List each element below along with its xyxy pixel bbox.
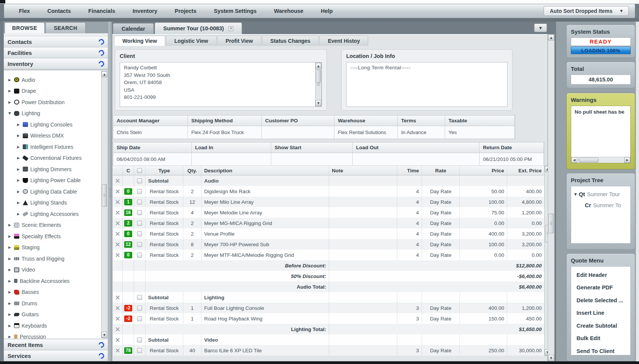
menu-item-system-settings[interactable]: System Settings bbox=[205, 8, 265, 14]
delete-icon[interactable]: × bbox=[115, 347, 120, 354]
view-tab-working-view[interactable]: Working View bbox=[114, 36, 165, 46]
row-checkbox[interactable] bbox=[137, 189, 142, 194]
client-address-box[interactable]: Randy Corbett357 West 700 SouthOrem, UT … bbox=[120, 62, 322, 107]
tree-item-lighting-data-cable[interactable]: ▶Lighting Data Cable bbox=[4, 186, 108, 197]
scroll-right-icon[interactable]: ▶ bbox=[624, 157, 630, 163]
delete-icon[interactable]: × bbox=[115, 336, 120, 343]
chevron-collapsed-icon[interactable]: ▶ bbox=[16, 123, 20, 127]
tree-item-basses[interactable]: ▶Basses bbox=[4, 287, 108, 298]
view-tab-profit-view[interactable]: Profit View bbox=[217, 36, 261, 46]
tree-item-truss-and-rigging[interactable]: ▶Truss and Rigging bbox=[4, 253, 108, 264]
line-item-row[interactable]: ×0Rental Stock2Digidesign Mix Rack4Day R… bbox=[113, 186, 544, 197]
refresh-icon[interactable] bbox=[97, 49, 105, 57]
chevron-expanded-icon[interactable]: ▼ bbox=[574, 192, 577, 196]
close-icon[interactable]: ✕ bbox=[228, 26, 233, 31]
field-value-warehouse[interactable]: Flex Rental Solutions bbox=[334, 126, 398, 139]
line-item-row[interactable]: ×Lighting Total:$1,650.00 bbox=[113, 324, 544, 334]
project-tree-item-summer-tour[interactable]: ▼QtSummer Tour bbox=[574, 191, 627, 197]
tree-item-lighting[interactable]: ▼Lighting bbox=[4, 108, 108, 119]
quote-menu-item-edit-header[interactable]: Edit Header bbox=[571, 269, 630, 281]
chevron-collapsed-icon[interactable]: ▶ bbox=[8, 290, 12, 294]
chevron-collapsed-icon[interactable]: ▶ bbox=[8, 78, 12, 82]
tab-browse[interactable]: BROWSE bbox=[5, 22, 45, 33]
line-item-row[interactable]: ×0Rental Stock2Venue Profile4Day Rate400… bbox=[113, 228, 544, 239]
menu-item-help[interactable]: Help bbox=[312, 8, 341, 14]
chevron-collapsed-icon[interactable]: ▶ bbox=[8, 223, 12, 227]
tree-item-keyboards[interactable]: ▶Keyboards bbox=[4, 320, 108, 331]
chevron-collapsed-icon[interactable]: ▶ bbox=[8, 89, 12, 93]
tree-scrollbar-track[interactable] bbox=[102, 77, 107, 332]
tree-item-audio[interactable]: ▶Audio bbox=[4, 74, 108, 86]
scroll-up-icon[interactable]: ▲ bbox=[316, 63, 321, 69]
chevron-collapsed-icon[interactable]: ▶ bbox=[16, 178, 20, 182]
line-item-row[interactable]: ×1Rental Stock12Meyer Milo Line Array4Da… bbox=[113, 197, 544, 207]
menu-item-inventory[interactable]: Inventory bbox=[124, 8, 166, 14]
row-checkbox[interactable] bbox=[137, 200, 142, 205]
delete-icon[interactable]: × bbox=[115, 326, 120, 333]
delete-icon[interactable]: × bbox=[115, 177, 120, 184]
field-value-customer-po[interactable] bbox=[262, 126, 334, 139]
view-tab-event-histoy[interactable]: Event Histoy bbox=[319, 36, 368, 46]
chevron-collapsed-icon[interactable]: ▶ bbox=[8, 268, 12, 272]
document-tab-summer-tour-10-0083[interactable]: Summer Tour (10-0083)✕ bbox=[155, 22, 242, 34]
delete-icon[interactable]: × bbox=[115, 252, 120, 258]
view-tab-status-changes[interactable]: Status Changes bbox=[262, 36, 319, 46]
tree-scrollbar[interactable]: ▲ ▼ bbox=[101, 71, 108, 338]
delete-icon[interactable]: × bbox=[115, 188, 120, 195]
field-value-return-date[interactable]: 06/21/2010 05:00 PM bbox=[480, 153, 544, 166]
chevron-collapsed-icon[interactable]: ▶ bbox=[8, 234, 12, 238]
tree-item-specialty-effects[interactable]: ▶Specialty Effects bbox=[4, 231, 108, 242]
line-item-row[interactable]: ×SubtotalLighting bbox=[113, 292, 544, 303]
scroll-left-icon[interactable]: ◀ bbox=[571, 157, 577, 163]
row-checkbox[interactable] bbox=[137, 221, 142, 226]
tree-item-guitars[interactable]: ▶Guitars bbox=[4, 309, 108, 320]
tree-item-lighting-stands[interactable]: ▶Lighting Stands bbox=[4, 197, 108, 209]
tree-item-drums[interactable]: ▶Drums bbox=[4, 298, 108, 309]
row-checkbox[interactable] bbox=[137, 316, 142, 321]
location-box[interactable]: ----Long Term Rental----- bbox=[346, 62, 508, 107]
field-value-shipping-method[interactable]: Flex 24 Foot Box Truck bbox=[188, 126, 262, 139]
accordion-contacts[interactable]: Contacts bbox=[4, 36, 108, 47]
line-item-row[interactable]: ×12Rental Stock8Meyer 700-HP Powered Sub… bbox=[113, 239, 544, 250]
menu-item-warehouse[interactable]: Warehouse bbox=[265, 8, 312, 14]
scroll-down-icon[interactable]: ▼ bbox=[102, 332, 107, 338]
field-value-ship-date[interactable]: 06/04/2010 08:00 AM bbox=[113, 153, 192, 166]
delete-icon[interactable]: × bbox=[115, 241, 120, 248]
scroll-down-icon[interactable]: ▼ bbox=[316, 100, 321, 106]
client-scrollbar-track[interactable] bbox=[316, 69, 321, 100]
chevron-collapsed-icon[interactable]: ▶ bbox=[8, 324, 12, 328]
chevron-collapsed-icon[interactable]: ▶ bbox=[8, 245, 12, 249]
view-tab-logistic-view[interactable]: Logistic View bbox=[166, 36, 216, 46]
content-scrollbar[interactable]: ▲ ▼ bbox=[548, 34, 555, 361]
tree-item-conventional-fixtures[interactable]: ▶Conventional Fixtures bbox=[4, 153, 108, 164]
chevron-collapsed-icon[interactable]: ▶ bbox=[16, 212, 20, 216]
row-checkbox[interactable] bbox=[137, 253, 142, 258]
chevron-collapsed-icon[interactable]: ▶ bbox=[8, 279, 12, 283]
quote-menu-item-generate-pdf[interactable]: Generate PDF bbox=[571, 281, 630, 294]
tree-item-scenic-elements[interactable]: ▶Scenic Elements bbox=[4, 220, 108, 231]
scroll-up-icon[interactable]: ▲ bbox=[548, 34, 554, 41]
field-value-taxable[interactable]: Yes bbox=[445, 126, 515, 139]
row-checkbox[interactable] bbox=[137, 348, 142, 353]
chevron-collapsed-icon[interactable]: ▶ bbox=[16, 145, 20, 149]
tree-item-lighting-dimmers[interactable]: ▶Lighting Dimmers bbox=[4, 164, 108, 175]
right-edge-scrollbar[interactable] bbox=[636, 22, 639, 361]
tree-scrollbar-thumb[interactable] bbox=[102, 184, 107, 207]
line-item-row[interactable]: ×SubtotalAudio bbox=[113, 175, 544, 186]
tree-item-lighting-power-cable[interactable]: ▶Lighting Power Cable bbox=[4, 175, 108, 186]
sidebar-splitter[interactable] bbox=[108, 22, 112, 361]
line-item-row[interactable]: ×2Rental Stock2Meyer MG-MICA Rigging Gri… bbox=[113, 218, 544, 228]
row-checkbox[interactable] bbox=[137, 178, 142, 183]
chevron-collapsed-icon[interactable]: ▶ bbox=[8, 335, 12, 339]
accordion-facilities[interactable]: Facilities bbox=[4, 47, 108, 58]
accordion-inventory[interactable]: Inventory bbox=[4, 58, 108, 69]
chevron-collapsed-icon[interactable]: ▶ bbox=[16, 156, 20, 160]
row-checkbox[interactable] bbox=[137, 295, 142, 300]
quote-menu-item-insert-line[interactable]: Insert Line bbox=[571, 307, 630, 320]
row-checkbox[interactable] bbox=[137, 306, 142, 311]
row-checkbox[interactable] bbox=[137, 231, 142, 236]
refresh-icon[interactable] bbox=[97, 60, 105, 68]
refresh-icon[interactable] bbox=[97, 352, 105, 360]
menu-item-projects[interactable]: Projects bbox=[166, 8, 205, 14]
field-value-load-out[interactable] bbox=[353, 153, 480, 166]
